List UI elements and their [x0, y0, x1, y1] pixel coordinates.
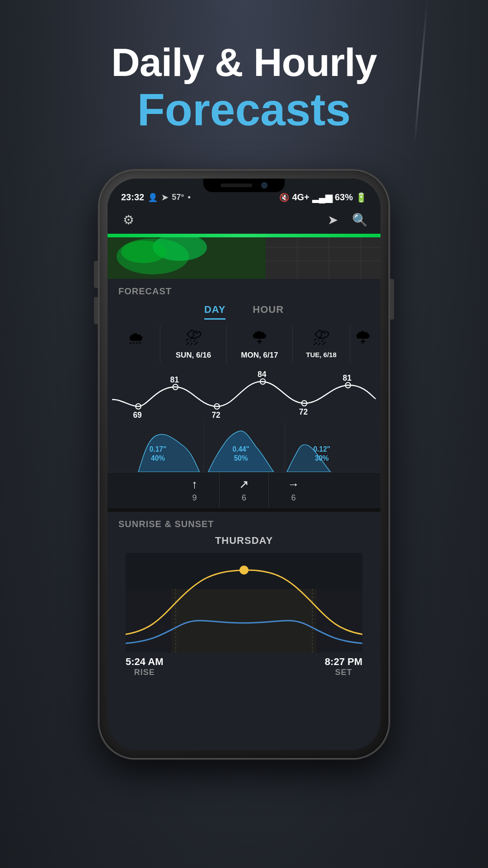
- tab-hour[interactable]: HOUR: [253, 304, 284, 320]
- status-temp: 57°: [172, 193, 184, 202]
- svg-text:40%: 40%: [151, 454, 165, 462]
- sunset-label: SET: [335, 668, 352, 677]
- screen: 23:32 👤 ➤ 57° • 🔇 4G+ ▂▄▆ 63% 🔋: [108, 179, 380, 750]
- svg-rect-4: [266, 234, 380, 279]
- header-right: ➤ 🔍: [323, 210, 370, 230]
- status-time: 23:32: [121, 192, 144, 203]
- wind-item-2: ↗ 6: [220, 477, 268, 503]
- sunset-time: 8:27 PM SET: [325, 656, 362, 677]
- status-left: 23:32 👤 ➤ 57° •: [121, 192, 191, 203]
- svg-text:84: 84: [258, 370, 267, 379]
- forecast-card: FORECAST DAY HOUR 🌧: [108, 279, 380, 508]
- svg-point-3: [121, 241, 166, 263]
- wind-speed-3: 6: [291, 493, 296, 503]
- sunrise-card: SUNRISE & SUNSET THURSDAY: [108, 512, 380, 750]
- forecast-day-0: 🌧: [112, 325, 160, 363]
- status-battery: 63%: [335, 192, 353, 203]
- day-0-icon: 🌧: [127, 329, 145, 348]
- status-dot: •: [188, 193, 190, 202]
- day-3-date: TUE, 6/18: [306, 351, 337, 359]
- status-signal: ▂▄▆: [312, 192, 332, 203]
- status-mute-icon: 🔇: [279, 193, 289, 203]
- sunrise-time: 5:24 AM RISE: [126, 656, 164, 677]
- phone-wrapper: 23:32 👤 ➤ 57° • 🔇 4G+ ▂▄▆ 63% 🔋: [0, 170, 488, 758]
- phone-inner: 23:32 👤 ➤ 57° • 🔇 4G+ ▂▄▆ 63% 🔋: [108, 179, 380, 750]
- day-4-icon: 🌩: [354, 329, 371, 348]
- svg-text:0.44": 0.44": [233, 445, 249, 453]
- day-3-icon: ⛈: [313, 329, 330, 348]
- wind-item-1: ↑ 9: [170, 477, 219, 503]
- forecast-days-row: 🌧 ⛈ SUN, 6/16 🌩 MON, 6/: [108, 325, 380, 363]
- sunrise-title: SUNRISE & SUNSET: [108, 512, 380, 533]
- svg-text:81: 81: [170, 375, 179, 384]
- wind-row: ↑ 9 ↗ 6 → 6: [108, 472, 380, 508]
- svg-text:0.17": 0.17": [150, 445, 166, 453]
- search-icon[interactable]: 🔍: [350, 210, 370, 230]
- location-icon[interactable]: ➤: [323, 210, 343, 230]
- sunset-value: 8:27 PM: [325, 656, 362, 668]
- wind-arrow-1: ↑: [192, 477, 197, 491]
- map-strip: [108, 234, 380, 279]
- day-label: THURSDAY: [108, 533, 380, 548]
- headline-line2: Forecasts: [0, 85, 488, 134]
- svg-text:72: 72: [211, 410, 221, 420]
- wind-arrow-2: ↗: [239, 477, 249, 491]
- temp-chart: 69 72 72 81 84 81: [112, 363, 376, 422]
- phone-camera: [261, 182, 267, 189]
- sunrise-label: RISE: [134, 668, 155, 677]
- tab-day[interactable]: DAY: [204, 304, 225, 320]
- svg-text:72: 72: [299, 407, 308, 416]
- day-1-date: SUN, 6/16: [176, 351, 211, 360]
- forecast-day-3: ⛈ TUE, 6/18: [293, 325, 350, 363]
- section-divider: [108, 508, 380, 512]
- status-right: 🔇 4G+ ▂▄▆ 63% 🔋: [279, 192, 367, 203]
- battery-icon: 🔋: [356, 192, 367, 203]
- wind-arrow-3: →: [287, 477, 299, 491]
- day-2-icon: 🌩: [251, 329, 268, 348]
- day-2-date: MON, 6/17: [241, 351, 278, 360]
- headline-section: Daily & Hourly Forecasts: [0, 0, 488, 161]
- status-network: 4G+: [292, 192, 309, 203]
- phone-notch: [203, 179, 285, 192]
- wind-speed-1: 9: [192, 493, 197, 503]
- sunrise-times: 5:24 AM RISE 8:27 PM SET: [108, 652, 380, 686]
- forecast-day-2: 🌩 MON, 6/17: [227, 325, 292, 363]
- svg-point-35: [239, 566, 249, 575]
- svg-text:50%: 50%: [234, 454, 248, 462]
- forecast-day-1: ⛈ SUN, 6/16: [160, 325, 226, 363]
- svg-text:30%: 30%: [315, 454, 329, 462]
- app-header: ⚙ ➤ 🔍: [108, 207, 380, 234]
- sunrise-value: 5:24 AM: [126, 656, 164, 668]
- svg-text:0.12": 0.12": [313, 445, 330, 453]
- wind-speed-2: 6: [242, 493, 246, 503]
- sunrise-chart: [126, 553, 362, 652]
- settings-icon[interactable]: ⚙: [118, 210, 138, 230]
- headline-line1: Daily & Hourly: [0, 41, 488, 85]
- svg-text:69: 69: [133, 410, 142, 420]
- phone-outer: 23:32 👤 ➤ 57° • 🔇 4G+ ▂▄▆ 63% 🔋: [99, 170, 389, 758]
- forecast-title: FORECAST: [108, 279, 380, 300]
- wind-item-3: → 6: [269, 477, 318, 503]
- forecast-tabs: DAY HOUR: [108, 300, 380, 325]
- precip-chart: 0.17" 40% 0.44" 50% 0.12" 30%: [112, 422, 376, 472]
- day-1-icon: ⛈: [185, 329, 202, 348]
- svg-text:81: 81: [343, 373, 352, 382]
- status-location-icon: ➤: [161, 193, 168, 203]
- forecast-day-4: 🌩: [350, 325, 376, 363]
- status-person-icon: 👤: [148, 193, 158, 203]
- phone-speaker: [221, 184, 252, 187]
